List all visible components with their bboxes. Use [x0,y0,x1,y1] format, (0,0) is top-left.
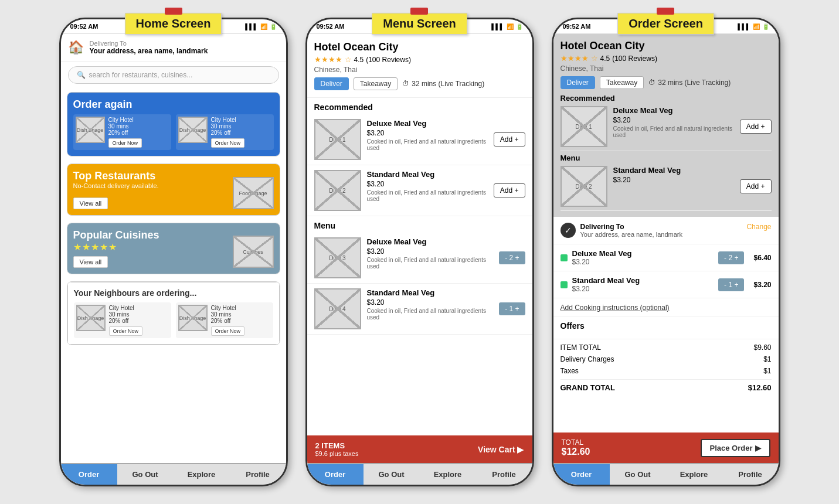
order-now-button[interactable]: Order Now [211,326,245,336]
dish-name: Standard Meal Veg [613,166,734,175]
place-order-button[interactable]: Place Order ▶ [701,439,770,457]
nav-order[interactable]: Order [307,464,364,485]
battery-icon: 🔋 [270,23,277,30]
deliver-button[interactable]: Deliver [314,77,349,90]
nav-go-out[interactable]: Go Out [610,464,666,485]
dish-image-placeholder: Dish Image [76,117,105,143]
menu-screen-wrapper: Menu Screen 09:52 AM ▌▌▌ 📶 🔋 Hotel Ocean… [305,18,534,486]
dish-name: Standard Meal Veg [367,170,488,179]
cuisines-image-label: Cuisines [243,249,263,255]
delivering-to-label: Delivering To [90,40,208,47]
dish-price: $3.20 [367,180,488,188]
total-amount: $12.60 [562,447,590,457]
table-row: Dish 2 Standard Meal Veg $3.20 Cooked in… [307,165,532,216]
order-now-button[interactable]: Order Now [109,326,143,336]
dish-details: Deluxe Meal Veg $3.20 Cooked in oil, Fri… [613,106,734,138]
nav-order[interactable]: Order [61,464,117,485]
quantity-button[interactable]: - 1 + [499,302,525,315]
cart-price: $9.6 plus taxes [315,450,359,457]
view-all-cuisines-button[interactable]: View all [73,256,108,268]
menu-screen-label: Menu Screen [372,13,467,35]
view-all-button[interactable]: View all [73,197,108,209]
nav-go-out[interactable]: Go Out [117,464,174,485]
signal-icon: ▌▌▌ [491,23,504,30]
top-restaurants-title: Top Restaurants [73,170,159,182]
takeaway-button[interactable]: Takeaway [354,77,398,90]
menu-section-label: Menu [561,154,772,162]
home-content: 🏠 Delivering To Your address, area name,… [61,34,286,463]
time-text: 32 mins (Live Tracking) [412,80,484,88]
order-now-button[interactable]: Order Now [108,138,142,148]
cuisines-image-placeholder: Cuisines [233,236,274,268]
order-bottom-nav: Order Go Out Explore Profile [553,463,779,485]
dish-image: Dish 2 [561,166,607,207]
price-breakdown: ITEM TOTAL $9.60 Delivery Charges $1 Tax… [553,339,779,401]
order-item-price: $3.20 [572,258,714,266]
deliver-button[interactable]: Deliver [561,76,595,89]
nav-profile[interactable]: Profile [230,464,286,485]
top-restaurants-card: Top Restaurants No-Contact delivery avai… [67,164,280,215]
cuisines-text-block: Popular Cuisines ★★★★★ View all [73,229,159,268]
cooking-instructions-link[interactable]: Add Cooking instructions (optional) [561,304,670,312]
delivery-time: 30 mins [211,123,245,130]
order-content: Hotel Ocean City ★★★★ ☆ 4.5 (100 Reviews… [553,34,779,433]
check-icon: ✓ [561,223,576,238]
add-dish-button[interactable]: Add + [494,132,525,147]
search-placeholder: search for restaurants, cuisines... [89,71,193,79]
nav-explore[interactable]: Explore [174,464,230,485]
dish-image-placeholder: Dish Image [76,305,106,331]
add-dish-button[interactable]: Add + [494,183,525,197]
nav-go-out[interactable]: Go Out [364,464,420,485]
dish-description: Cooked in oil, Fried and all natural ing… [367,257,494,270]
dish-description: Cooked in oil, Fried and all natural ing… [367,308,494,321]
nav-explore[interactable]: Explore [420,464,476,485]
nav-profile[interactable]: Profile [476,464,532,485]
deliver-row: Deliver Takeaway ⏱ 32 mins (Live Trackin… [561,76,772,89]
dish-info: City Hotel 30 mins 20% off Order Now [211,117,245,148]
arrow-icon: ▶ [755,444,761,452]
dish-image-placeholder: Dish Image [178,305,208,331]
offers-section: Offers [553,316,779,339]
quantity-stepper[interactable]: - 2 + [718,251,744,264]
order-item-name: Standard Meal Veg [572,276,714,285]
order-time: 09:52 AM [563,23,591,30]
star-rating: ★★★★★ [73,241,159,253]
rating-row: ★★★★ ☆ 4.5 (100 Reviews) [561,54,772,63]
dish-price: $3.20 [613,116,734,124]
menu-bottom-nav: Order Go Out Explore Profile [307,463,532,485]
time-info: ⏱ 32 mins (Live Tracking) [648,79,731,87]
menu-status-icons: ▌▌▌ 📶 🔋 [491,23,522,30]
nav-explore[interactable]: Explore [666,464,722,485]
takeaway-button[interactable]: Takeaway [600,76,644,89]
dish-image-label: Dish Image [179,127,206,133]
popular-cuisines-title: Popular Cuisines [73,229,159,241]
delivery-time: 30 mins [109,311,143,318]
restaurant-text: Top Restaurants No-Contact delivery avai… [73,170,159,209]
food-image-label: Food Image [239,190,267,196]
order-item-details: Deluxe Meal Veg $3.20 [572,249,714,266]
signal-icon: ▌▌▌ [738,23,750,30]
nav-order[interactable]: Order [553,464,610,485]
quantity-stepper[interactable]: - 1 + [718,278,744,291]
home-bottom-nav: Order Go Out Explore Profile [61,463,286,485]
order-now-button[interactable]: Order Now [211,138,245,148]
search-bar[interactable]: 🔍 search for restaurants, cuisines... [68,66,279,84]
rating-value: 4.5 [600,55,610,63]
reviews-count: (100 Reviews) [612,55,657,63]
dish-image: Dish 4 [314,288,361,329]
dish-description: Cooked in oil, Fried and all natural ing… [613,125,734,138]
nav-profile[interactable]: Profile [722,464,779,485]
add-dish-button[interactable]: Add + [740,179,772,193]
view-cart-button[interactable]: View Cart ▶ [478,445,524,454]
wifi-icon: 📶 [507,23,514,30]
change-address-button[interactable]: Change [746,223,771,231]
quantity-button[interactable]: - 2 + [499,251,525,264]
taxes-label: Taxes [561,367,579,375]
discount: 20% off [109,318,143,324]
dish-name: Standard Meal Veg [367,288,494,297]
delivery-time: 30 mins [108,123,142,130]
popular-cuisines-card: Popular Cuisines ★★★★★ View all Cuisines [67,223,280,274]
recommended-section-title: Recommended [561,94,772,103]
add-dish-button[interactable]: Add + [740,120,772,134]
order-restaurant-header: Hotel Ocean City ★★★★ ☆ 4.5 (100 Reviews… [553,34,779,217]
